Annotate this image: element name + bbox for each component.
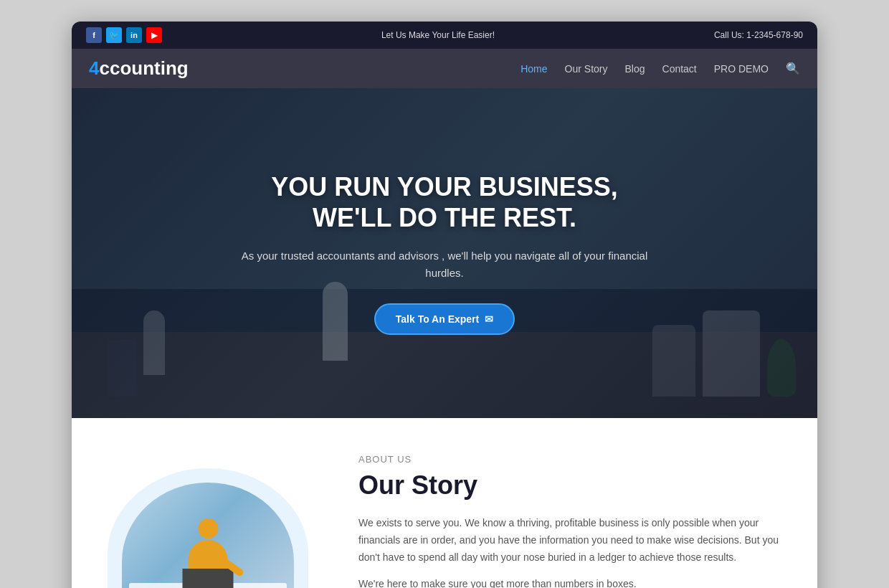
hero-section: YOU RUN YOUR BUSINESS, WE'LL DO THE REST… xyxy=(72,88,817,418)
hero-subtitle: As your trusted accountants and advisors… xyxy=(237,247,652,282)
person-torso xyxy=(189,540,228,588)
nav-links: Home Our Story Blog Contact PRO DEMO 🔍 xyxy=(520,62,800,75)
person-skirt xyxy=(183,569,234,588)
phone-number: Call Us: 1-2345-678-90 xyxy=(714,30,803,40)
browser-window: f 🐦 in ▶ Let Us Make Your Life Easier! C… xyxy=(72,22,817,588)
hero-title: YOU RUN YOUR BUSINESS, WE'LL DO THE REST… xyxy=(237,171,652,233)
about-section: About Us Our Story We exists to serve yo… xyxy=(72,418,817,588)
image-overlay xyxy=(122,483,294,588)
nav-blog[interactable]: Blog xyxy=(624,63,645,75)
about-label: About Us xyxy=(358,454,781,465)
twitter-icon[interactable]: 🐦 xyxy=(106,27,122,43)
search-icon[interactable]: 🔍 xyxy=(786,62,800,75)
person-figure xyxy=(189,518,228,588)
top-bar: f 🐦 in ▶ Let Us Make Your Life Easier! C… xyxy=(72,22,817,49)
about-body-2: We're here to make sure you get more tha… xyxy=(358,576,781,588)
facebook-icon[interactable]: f xyxy=(86,27,102,43)
about-image xyxy=(108,454,323,588)
logo-text: ccounting xyxy=(99,57,188,79)
person-head xyxy=(198,518,218,539)
tagline: Let Us Make Your Life Easier! xyxy=(381,30,495,40)
nav-home[interactable]: Home xyxy=(520,63,547,75)
linkedin-icon[interactable]: in xyxy=(126,27,142,43)
social-icons: f 🐦 in ▶ xyxy=(86,27,162,43)
cta-button[interactable]: Talk To An Expert ✉ xyxy=(374,303,515,335)
nav-contact[interactable]: Contact xyxy=(662,63,697,75)
nav-our-story[interactable]: Our Story xyxy=(565,63,608,75)
about-text: About Us Our Story We exists to serve yo… xyxy=(358,454,781,588)
cta-label: Talk To An Expert xyxy=(396,313,479,325)
logo[interactable]: 4ccounting xyxy=(89,57,189,80)
about-body-1: We exists to serve you. We know a thrivi… xyxy=(358,515,781,566)
logo-accent: 4 xyxy=(89,57,99,79)
navbar: 4ccounting Home Our Story Blog Contact P… xyxy=(72,49,817,88)
youtube-icon[interactable]: ▶ xyxy=(146,27,162,43)
about-title: Our Story xyxy=(358,470,781,501)
nav-pro-demo[interactable]: PRO DEMO xyxy=(714,63,769,75)
email-icon: ✉ xyxy=(485,313,493,325)
hero-content: YOU RUN YOUR BUSINESS, WE'LL DO THE REST… xyxy=(222,157,667,349)
